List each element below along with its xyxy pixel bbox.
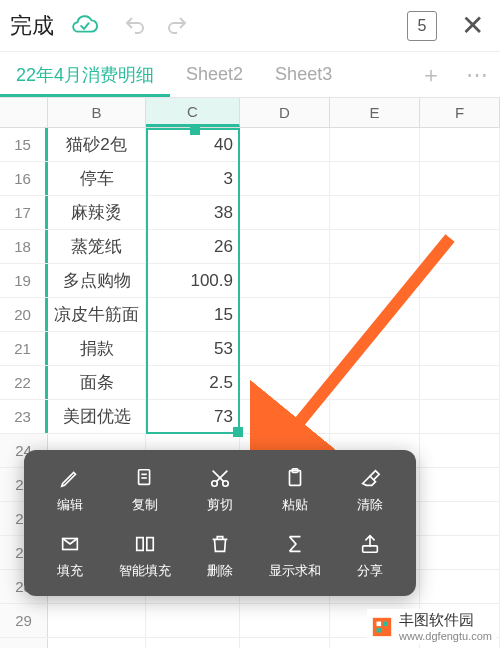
cell-B[interactable]: 麻辣烫 [48,196,146,229]
close-icon[interactable]: ✕ [455,9,490,42]
svg-rect-11 [363,546,378,552]
cell-D[interactable] [240,230,330,263]
menu-clear[interactable]: 清除 [333,462,408,518]
row-header[interactable]: 22 [0,366,48,399]
clipboard-icon [283,466,307,490]
add-sheet-icon[interactable]: ＋ [408,60,454,90]
cell-D[interactable] [240,298,330,331]
menu-show-sum[interactable]: 显示求和 [258,528,333,584]
menu-delete[interactable]: 删除 [182,528,257,584]
select-all-corner[interactable] [0,98,48,127]
cell-F[interactable] [420,230,500,263]
cell-F[interactable] [420,196,500,229]
cell-E[interactable] [330,162,420,195]
tab-active-sheet[interactable]: 22年4月消费明细 [0,52,170,97]
cell-F[interactable] [420,468,500,501]
cell-D[interactable] [240,128,330,161]
cell-C[interactable]: 40 [146,128,240,161]
cell-F[interactable] [420,366,500,399]
tab-sheet3[interactable]: Sheet3 [259,52,348,97]
cell-B[interactable]: 多点购物 [48,264,146,297]
cell-B[interactable]: 面条 [48,366,146,399]
cell-E[interactable] [330,196,420,229]
cell-B[interactable] [48,604,146,637]
row-header[interactable]: 30 [0,638,48,648]
row-header[interactable]: 21 [0,332,48,365]
table-row: 15猫砂2包40 [0,128,500,162]
cell-E[interactable] [330,264,420,297]
col-header-F[interactable]: F [420,98,500,127]
menu-copy[interactable]: 复制 [107,462,182,518]
cell-C[interactable]: 73 [146,400,240,433]
watermark-logo-icon [371,616,393,638]
cell-B[interactable]: 停车 [48,162,146,195]
cell-C[interactable]: 100.9 [146,264,240,297]
cell-C[interactable]: 15 [146,298,240,331]
cloud-sync-icon[interactable] [68,10,100,42]
cell-D[interactable] [240,196,330,229]
redo-icon [162,11,192,41]
cell-E[interactable] [330,332,420,365]
cell-E[interactable] [330,400,420,433]
col-header-E[interactable]: E [330,98,420,127]
cell-C[interactable] [146,604,240,637]
cell-F[interactable] [420,128,500,161]
cell-E[interactable] [330,298,420,331]
trash-icon [208,532,232,556]
cell-B[interactable]: 凉皮牛筋面 [48,298,146,331]
cell-C[interactable]: 26 [146,230,240,263]
cell-F[interactable] [420,332,500,365]
more-sheets-icon[interactable]: ⋯ [454,62,500,88]
menu-smart-fill[interactable]: 智能填充 [107,528,182,584]
done-button[interactable]: 完成 [10,11,54,41]
menu-fill[interactable]: 填充 [32,528,107,584]
cell-F[interactable] [420,298,500,331]
row-header[interactable]: 16 [0,162,48,195]
cell-C[interactable] [146,638,240,648]
row-header[interactable]: 15 [0,128,48,161]
row-header[interactable]: 17 [0,196,48,229]
menu-cut[interactable]: 剪切 [182,462,257,518]
svg-rect-14 [383,621,388,626]
menu-edit[interactable]: 编辑 [32,462,107,518]
menu-paste[interactable]: 粘贴 [258,462,333,518]
cell-B[interactable]: 美团优选 [48,400,146,433]
col-header-D[interactable]: D [240,98,330,127]
cell-F[interactable] [420,502,500,535]
cell-F[interactable] [420,434,500,467]
cell-D[interactable] [240,638,330,648]
cell-B[interactable]: 猫砂2包 [48,128,146,161]
menu-share[interactable]: 分享 [333,528,408,584]
watermark-brand: 丰图软件园 [399,611,492,630]
cell-D[interactable] [240,366,330,399]
row-header[interactable]: 18 [0,230,48,263]
col-header-B[interactable]: B [48,98,146,127]
cell-F[interactable] [420,536,500,569]
cell-B[interactable]: 蒸笼纸 [48,230,146,263]
cell-F[interactable] [420,570,500,603]
cell-E[interactable] [330,366,420,399]
col-header-C[interactable]: C [146,98,240,127]
row-header[interactable]: 23 [0,400,48,433]
cell-D[interactable] [240,162,330,195]
cell-C[interactable]: 38 [146,196,240,229]
row-header[interactable]: 20 [0,298,48,331]
cell-F[interactable] [420,162,500,195]
cell-D[interactable] [240,264,330,297]
row-header[interactable]: 19 [0,264,48,297]
cell-C[interactable]: 3 [146,162,240,195]
cell-D[interactable] [240,400,330,433]
page-count-badge[interactable]: 5 [407,11,437,41]
tab-sheet2[interactable]: Sheet2 [170,52,259,97]
cell-D[interactable] [240,332,330,365]
cell-C[interactable]: 2.5 [146,366,240,399]
cell-E[interactable] [330,230,420,263]
cell-E[interactable] [330,128,420,161]
cell-B[interactable]: 捐款 [48,332,146,365]
cell-C[interactable]: 53 [146,332,240,365]
cell-F[interactable] [420,264,500,297]
row-header[interactable]: 29 [0,604,48,637]
cell-D[interactable] [240,604,330,637]
cell-F[interactable] [420,400,500,433]
cell-B[interactable] [48,638,146,648]
